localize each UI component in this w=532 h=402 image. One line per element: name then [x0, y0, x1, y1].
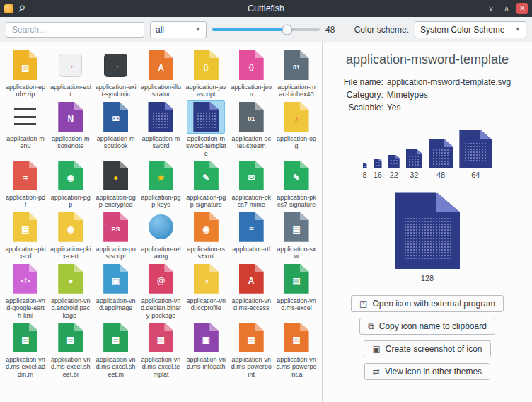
icon-grid-item[interactable]: A application-vnd.ms-access: [229, 262, 274, 319]
icon-grid-item[interactable]: N application-msonenote: [48, 100, 93, 157]
icon-grid-item[interactable]: ▤ application-vnd.ms-powerpoint: [229, 321, 274, 378]
icon-grid-item[interactable]: application-menu: [3, 100, 48, 157]
slider-track[interactable]: [212, 28, 320, 31]
icon-grid-item[interactable]: {} application-json: [229, 48, 274, 98]
category-filter-dropdown[interactable]: all ▼: [150, 21, 207, 38]
icon-grid-item[interactable]: → application-exit-symbolic: [93, 48, 139, 98]
icon-grid-item-label: application-vnd-google-earth-kml: [3, 297, 48, 319]
icon-grid-item[interactable]: ▤ application-vnd.ms-excel: [274, 262, 319, 319]
open-external-button[interactable]: ◰ Open icon with external program: [351, 295, 504, 312]
icon-grid-item[interactable]: ▤ application-vnd.ms-excel.addin.m: [3, 321, 48, 378]
view-themes-button[interactable]: ⇄ View icon in other themes: [364, 363, 490, 380]
icon-grid-item-label: application-vnd.ms-excel.sheet.m: [93, 356, 139, 378]
cuttlefish-window: ⚲ Cuttlefish ∨ ∧ × all ▼ 48 Color scheme…: [0, 0, 532, 402]
icon-grid-item[interactable]: → application-exit: [48, 48, 93, 98]
chevron-down-icon: ▼: [195, 26, 201, 33]
color-scheme-dropdown[interactable]: System Color Scheme ▼: [415, 21, 526, 38]
icon-grid-item[interactable]: ◑ application-vnd.iccprofile: [183, 262, 229, 319]
icon-grid-item[interactable]: {} application-javascript: [183, 48, 229, 98]
action-buttons: ◰ Open icon with external program ⧉ Copy…: [351, 295, 504, 386]
copy-name-button[interactable]: ⧉ Copy icon name to clipboard: [359, 318, 495, 335]
icon-grid-item-label: application-mac-binhex40: [274, 84, 319, 98]
icon-preview-128: [395, 192, 460, 269]
icon-grid-item[interactable]: application-msword: [139, 100, 184, 157]
large-preview: 128: [395, 192, 460, 282]
icon-grid-item-label: application-msword-template: [183, 135, 229, 157]
icon-grid-item[interactable]: ✎ application-pkcs7-signature: [274, 159, 319, 209]
pin-icon[interactable]: ⚲: [16, 4, 26, 14]
icon-grid-item[interactable]: ▣ application-vnd.ms-infopath: [183, 321, 229, 378]
icon-grid-item[interactable]: ◉ application-pkix-cert: [48, 210, 93, 260]
search-input[interactable]: [6, 22, 144, 38]
size-label: 64: [471, 171, 480, 179]
icon-grid-item[interactable]: ● application-pgp-encrypted: [93, 159, 139, 209]
size-preview-item: 48: [429, 139, 453, 180]
icon-grid-item[interactable]: ◉ application-pgp: [48, 159, 93, 209]
icon-thumbnail: ◉: [187, 210, 225, 244]
chevron-down-icon: ▼: [515, 26, 521, 33]
maximize-button[interactable]: ∧: [501, 3, 512, 14]
icon-size-value: 48: [325, 25, 338, 35]
icon-size-slider[interactable]: [212, 22, 320, 38]
icon-thumbnail: ◑: [187, 262, 225, 296]
icon-thumbnail: </>: [6, 262, 45, 296]
icon-thumbnail: ▤: [6, 210, 45, 244]
icon-grid-item[interactable]: ✎ application-pgp-signature: [183, 159, 229, 209]
copy-icon: ⧉: [368, 322, 374, 331]
icon-thumbnail: 01: [277, 48, 316, 82]
icon-thumbnail: →: [52, 48, 90, 82]
icon-metadata: File name: application-msword-template.s…: [344, 77, 511, 113]
icon-thumbnail: ◉: [52, 210, 90, 244]
icon-grid-item-label: application-vnd.ms-powerpoint.a: [274, 356, 319, 378]
icon-grid-item[interactable]: ▤ application-vnd.ms-powerpoint.a: [274, 321, 319, 378]
icon-grid-item[interactable]: 01 application-octet-stream: [229, 100, 274, 157]
icon-grid-item-label: application-menu: [3, 135, 48, 150]
icon-grid-item-label: application-pgp-signature: [183, 194, 229, 209]
icon-grid-item[interactable]: ✉ application-pkcs7-mime: [229, 159, 274, 209]
icon-grid-item-label: application-pkix-cert: [48, 246, 93, 260]
icon-grid-item-label: application-octet-stream: [229, 135, 274, 150]
icon-grid-item[interactable]: ▤ application-vnd.ms-excel.templat: [139, 321, 184, 378]
color-scheme-value: System Color Scheme: [420, 25, 504, 35]
icon-grid-item[interactable]: application-relaxng: [139, 210, 184, 260]
icon-grid-item[interactable]: A application-illustrator: [139, 48, 184, 98]
icon-preview: [406, 149, 422, 168]
icon-grid-item[interactable]: ▣ application-vnd.appimage: [93, 262, 139, 319]
slider-handle[interactable]: [282, 24, 293, 35]
icon-grid-item[interactable]: ◉ application-rss+xml: [183, 210, 229, 260]
icon-grid-item[interactable]: application-msword-template: [183, 100, 229, 157]
icon-thumbnail: ★: [141, 159, 180, 193]
minimize-button[interactable]: ∨: [485, 3, 497, 14]
icon-grid-item[interactable]: ★ application-pgp-keys: [139, 159, 184, 209]
icon-grid-item[interactable]: PS application-postscript: [93, 210, 139, 260]
icon-grid-item[interactable]: ✉ application-msoutlook: [93, 100, 139, 157]
icon-grid-item[interactable]: ♪ application-ogg: [274, 100, 319, 157]
icon-grid-item[interactable]: </> application-vnd-google-earth-kml: [3, 262, 48, 319]
icon-grid-item[interactable]: ▤ application-vnd.ms-excel.sheet.m: [93, 321, 139, 378]
icon-thumbnail: A: [232, 262, 270, 296]
icon-thumbnail: ▤: [6, 48, 45, 82]
icon-grid-item[interactable]: 01 application-mac-binhex40: [274, 48, 319, 98]
icon-grid-item-label: application-javascript: [183, 84, 229, 98]
field-value: application-msword-template.svg: [387, 77, 511, 87]
icon-thumbnail: ●: [52, 262, 90, 296]
icon-grid-item-label: application-vnd.debian.binary-package: [139, 297, 184, 319]
icon-thumbnail: ✉: [97, 100, 135, 134]
field-value: Yes: [387, 103, 511, 113]
size-preview-item: 64: [459, 130, 492, 179]
icon-grid-item[interactable]: ≈ application-pdf: [3, 159, 48, 209]
icon-thumbnail: [6, 100, 45, 134]
close-button[interactable]: ×: [516, 3, 528, 14]
icon-preview: [374, 159, 382, 168]
icon-thumbnail: [141, 100, 180, 134]
icon-grid: ▤ application-epub+zip → application-exi…: [3, 48, 319, 378]
screenshot-button[interactable]: ▣ Create screenshot of icon: [364, 340, 490, 357]
icon-grid-item[interactable]: ▤ application-vnd.ms-excel.sheet.bi: [48, 321, 93, 378]
icon-grid-item[interactable]: ▤ application-epub+zip: [3, 48, 48, 98]
icon-thumbnail: [187, 100, 225, 134]
icon-grid-item[interactable]: ● application-vnd.android.package-: [48, 262, 93, 319]
icon-grid-item[interactable]: ≡ application-rtf: [229, 210, 274, 260]
icon-grid-item[interactable]: ▤ application-pkix-crl: [3, 210, 48, 260]
icon-grid-item[interactable]: ▤ application-sxw: [274, 210, 319, 260]
icon-grid-item[interactable]: @ application-vnd.debian.binary-package: [139, 262, 184, 319]
